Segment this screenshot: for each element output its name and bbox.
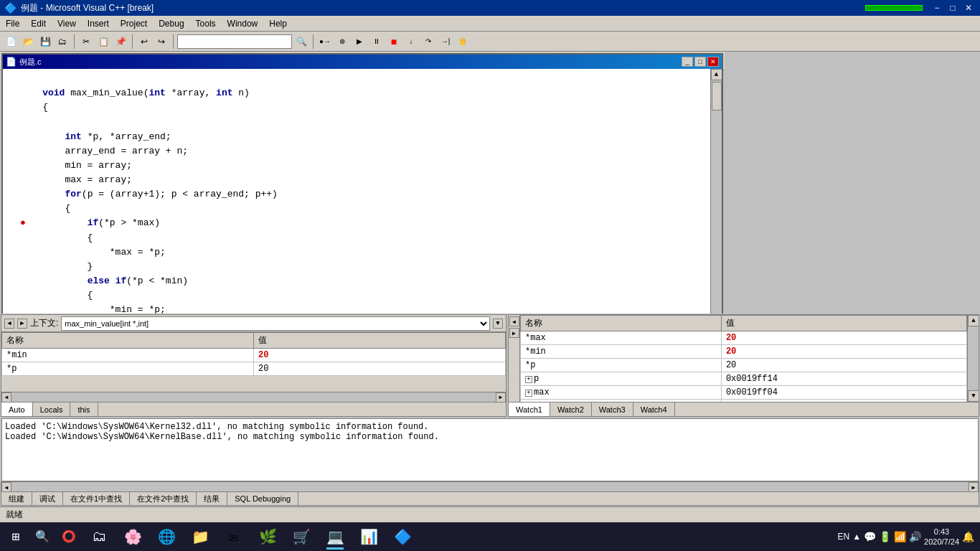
task-view-button[interactable]: ⭕ bbox=[56, 524, 82, 550]
remove-breakpoint-button[interactable]: ⊗ bbox=[334, 34, 350, 50]
clock[interactable]: 0:43 2020/7/24 bbox=[924, 527, 959, 547]
tab-auto[interactable]: Auto bbox=[1, 402, 33, 416]
table-row: *p 20 bbox=[2, 362, 506, 376]
locals-fwd-btn[interactable]: ▶ bbox=[17, 319, 27, 329]
watch-scroll-down[interactable]: ▼ bbox=[968, 390, 979, 402]
taskbar-app-edge[interactable]: 🗂 bbox=[83, 524, 116, 550]
notification-button[interactable]: 🔔 bbox=[962, 531, 974, 542]
tab-build[interactable]: 组建 bbox=[1, 492, 32, 505]
locals-table: 名称 值 *min 20 *p bbox=[1, 332, 506, 392]
taskbar-app-files[interactable]: 📁 bbox=[184, 524, 217, 550]
code-editor: 📄 例题.c _ □ ✕ void max_mi bbox=[0, 52, 725, 314]
hscroll-right[interactable]: ▶ bbox=[496, 392, 506, 402]
hscroll-left[interactable]: ◀ bbox=[1, 392, 11, 402]
copy-button[interactable]: 📋 bbox=[95, 34, 111, 50]
hscroll-track[interactable] bbox=[11, 392, 496, 402]
tab-watch2[interactable]: Watch2 bbox=[550, 402, 592, 416]
tray-volume[interactable]: 🔊 bbox=[909, 531, 921, 542]
tab-find1[interactable]: 在文件1中查找 bbox=[63, 492, 130, 505]
scroll-thumb[interactable] bbox=[712, 82, 722, 110]
output-hscroll-left[interactable]: ◀ bbox=[1, 482, 11, 492]
menu-file[interactable]: File bbox=[0, 16, 25, 31]
stack-dropdown[interactable]: max_min_value[int *,int] bbox=[61, 316, 490, 331]
watch-panel: ◀ ▶ 名称 值 bbox=[508, 314, 979, 417]
menu-edit[interactable]: Edit bbox=[25, 16, 52, 31]
menu-insert[interactable]: Insert bbox=[82, 16, 115, 31]
code-window: 📄 例题.c _ □ ✕ void max_mi bbox=[1, 53, 723, 314]
close-button[interactable]: ✕ bbox=[961, 1, 976, 14]
new-button[interactable]: 📄 bbox=[3, 34, 19, 50]
tab-sql[interactable]: SQL Debugging bbox=[227, 492, 298, 505]
pause-button[interactable]: ⏸ bbox=[369, 34, 385, 50]
save-all-button[interactable]: 🗂 bbox=[55, 34, 70, 50]
paste-button[interactable]: 📌 bbox=[113, 34, 128, 50]
tab-results[interactable]: 结果 bbox=[197, 492, 227, 505]
tab-watch3[interactable]: Watch3 bbox=[592, 402, 633, 416]
watch-name-pp: +p bbox=[521, 372, 722, 386]
callstack-button[interactable]: 🖐 bbox=[455, 34, 471, 50]
stop-button[interactable]: ■ bbox=[386, 34, 402, 50]
watch-scroll-track[interactable] bbox=[968, 326, 979, 390]
var-name-p: *p bbox=[2, 362, 254, 376]
output-hscroll-right[interactable]: ▶ bbox=[969, 482, 979, 492]
tab-watch1[interactable]: Watch1 bbox=[509, 402, 550, 416]
code-maximize[interactable]: □ bbox=[694, 57, 706, 67]
watch-scroll-up[interactable]: ▲ bbox=[968, 315, 979, 326]
watch-scrollbar[interactable]: ▲ ▼ bbox=[967, 315, 979, 402]
watch-fwd-btn[interactable]: ▶ bbox=[509, 328, 519, 338]
code-minimize[interactable]: _ bbox=[682, 57, 693, 67]
tab-find2[interactable]: 在文件2中查找 bbox=[130, 492, 197, 505]
locals-down-btn[interactable]: ▼ bbox=[493, 319, 503, 329]
taskbar-app-browser[interactable]: 🌐 bbox=[150, 524, 183, 550]
tab-locals[interactable]: Locals bbox=[33, 402, 71, 416]
save-button[interactable]: 💾 bbox=[37, 34, 53, 50]
taskbar-app-blue[interactable]: 🔷 bbox=[386, 524, 419, 550]
find-input[interactable] bbox=[177, 34, 292, 49]
statusbar: 就绪 bbox=[0, 507, 980, 522]
menu-window[interactable]: Window bbox=[222, 16, 264, 31]
output-hscroll-track[interactable] bbox=[11, 482, 969, 492]
tab-this[interactable]: this bbox=[70, 402, 98, 416]
menu-tools[interactable]: Tools bbox=[190, 16, 222, 31]
watch-col-name: 名称 bbox=[521, 316, 722, 331]
tray-lang[interactable]: EN bbox=[838, 532, 850, 542]
taskbar-app-vc[interactable]: 💻 bbox=[319, 524, 352, 550]
code-scrollbar[interactable]: ▲ ▼ bbox=[710, 69, 722, 314]
tray-chat[interactable]: 💬 bbox=[864, 531, 876, 542]
code-content[interactable]: void max_min_value(int *array, int n) { … bbox=[17, 69, 710, 314]
taskbar-app-green[interactable]: 🌿 bbox=[251, 524, 284, 550]
locals-back-btn[interactable]: ◀ bbox=[4, 319, 14, 329]
output-hscroll[interactable]: ◀ ▶ bbox=[1, 481, 979, 491]
step-into-button[interactable]: ↓ bbox=[403, 34, 419, 50]
step-over-button[interactable]: ↷ bbox=[420, 34, 436, 50]
maximize-button[interactable]: □ bbox=[946, 1, 960, 14]
redo-button[interactable]: ↪ bbox=[154, 34, 169, 50]
locals-hscroll[interactable]: ◀ ▶ bbox=[1, 392, 506, 402]
open-button[interactable]: 📂 bbox=[20, 34, 36, 50]
menu-project[interactable]: Project bbox=[115, 16, 153, 31]
search-button[interactable]: 🔍 bbox=[29, 524, 55, 550]
code-close[interactable]: ✕ bbox=[707, 57, 719, 67]
taskbar-app-music[interactable]: 🌸 bbox=[116, 524, 149, 550]
go-button[interactable]: ▶ bbox=[352, 34, 367, 50]
watch-val-pp: 0x0019ff14 bbox=[721, 372, 966, 386]
scroll-track[interactable] bbox=[711, 80, 722, 314]
taskbar-app-store[interactable]: 🛒 bbox=[285, 524, 318, 550]
tab-debug[interactable]: 调试 bbox=[32, 492, 63, 505]
tray-chevron[interactable]: ▲ bbox=[852, 532, 861, 542]
cut-button[interactable]: ✂ bbox=[78, 34, 94, 50]
menu-debug[interactable]: Debug bbox=[153, 16, 189, 31]
watch-back-btn[interactable]: ◀ bbox=[509, 316, 519, 326]
insert-breakpoint-button[interactable]: ●→ bbox=[317, 34, 333, 50]
minimize-button[interactable]: − bbox=[930, 1, 944, 14]
menu-help[interactable]: Help bbox=[263, 16, 293, 31]
run-cursor-button[interactable]: →| bbox=[438, 34, 453, 50]
taskbar-app-mail[interactable]: ✉ bbox=[217, 524, 250, 550]
find-button[interactable]: 🔍 bbox=[293, 34, 309, 50]
scroll-up-arrow[interactable]: ▲ bbox=[711, 69, 722, 80]
start-button[interactable]: ⊞ bbox=[3, 524, 29, 550]
tab-watch4[interactable]: Watch4 bbox=[633, 402, 675, 416]
menu-view[interactable]: View bbox=[52, 16, 82, 31]
taskbar-app-excel[interactable]: 📊 bbox=[352, 524, 385, 550]
undo-button[interactable]: ↩ bbox=[136, 34, 152, 50]
